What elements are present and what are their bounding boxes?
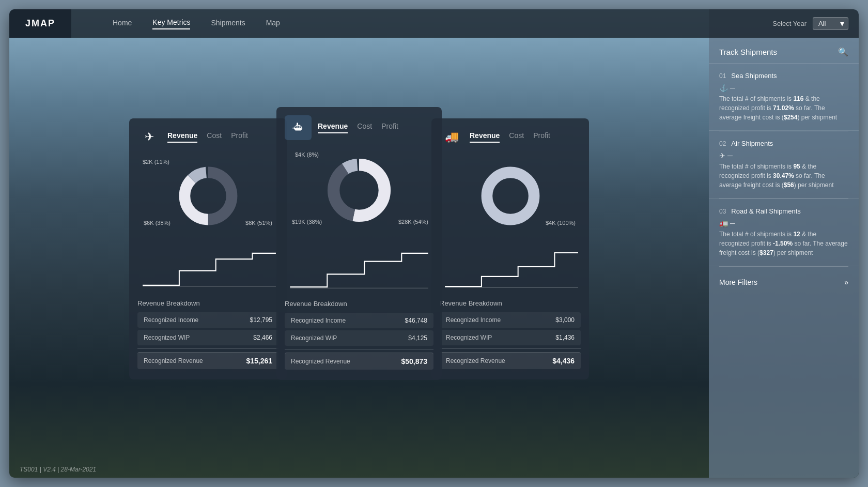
sea-row-total: Recognized Revenue $50,873 bbox=[285, 353, 433, 370]
shipment-3-num: 03 bbox=[719, 208, 726, 215]
logo-text: JMAP bbox=[25, 18, 55, 29]
tab-sea-profit[interactable]: Profit bbox=[381, 122, 398, 133]
track-shipments-title: Track Shipments bbox=[719, 48, 777, 56]
air-step-chart bbox=[137, 245, 278, 291]
air-label-2: $6K (38%) bbox=[144, 220, 171, 226]
truck-breakdown-title: Revenue Breakdown bbox=[440, 299, 581, 307]
tab-truck-revenue[interactable]: Revenue bbox=[470, 131, 500, 143]
truck-donut-container: $4K (100%) bbox=[440, 155, 581, 237]
shipment-1-num: 01 bbox=[719, 72, 726, 80]
sea-row-income: Recognized Income $46,748 bbox=[285, 313, 433, 328]
card-sea-header: ⛴ Revenue Cost Profit bbox=[285, 115, 433, 140]
main-frame: JMAP Home Key Metrics Shipments Map Sele… bbox=[9, 9, 859, 478]
air-row-total: Recognized Revenue $15,261 bbox=[137, 352, 278, 369]
sea-donut-container: $4K (8%) $19K (38%) $28K (54%) bbox=[285, 147, 433, 238]
truck-row-total: Recognized Revenue $4,436 bbox=[440, 352, 581, 369]
shipment-2-name: Air Shipments bbox=[731, 140, 773, 147]
search-button[interactable]: 🔍 bbox=[838, 47, 848, 57]
nav-key-metrics[interactable]: Key Metrics bbox=[152, 18, 190, 29]
logo: JMAP bbox=[9, 9, 71, 38]
air-icon: ✈ bbox=[137, 127, 161, 147]
sea-label-3: $28K (54%) bbox=[398, 219, 428, 225]
cards-area: ✈ Revenue Cost Profit $2K (11%) bbox=[9, 38, 709, 460]
air-row-wip: Recognized WIP $2,466 bbox=[137, 330, 278, 345]
sea-breakdown-title: Revenue Breakdown bbox=[285, 300, 433, 308]
shipment-item-road: 03 Road & Rail Shipments 🚛 ─ The total #… bbox=[709, 199, 859, 266]
card-air-header: ✈ Revenue Cost Profit bbox=[137, 127, 278, 147]
nav-map[interactable]: Map bbox=[266, 19, 280, 29]
tab-air-revenue[interactable]: Revenue bbox=[167, 131, 197, 143]
card-sea-tabs: Revenue Cost Profit bbox=[318, 122, 398, 133]
truck-step-chart bbox=[440, 245, 581, 291]
more-filters-label: More Filters bbox=[719, 278, 757, 286]
tab-sea-revenue[interactable]: Revenue bbox=[318, 122, 348, 133]
shipment-1-desc: The total # of shipments is 116 & the re… bbox=[719, 94, 848, 122]
shipment-2-icon: ✈ ─ bbox=[719, 151, 848, 160]
truck-donut bbox=[479, 165, 541, 227]
shipment-2-header: 02 Air Shipments bbox=[719, 140, 848, 147]
shipment-2-num: 02 bbox=[719, 140, 726, 147]
truck-row-wip: Recognized WIP $1,436 bbox=[440, 330, 581, 345]
tab-truck-cost[interactable]: Cost bbox=[509, 131, 524, 143]
footer-text: TS001 | V2.4 | 28-Mar-2021 bbox=[20, 466, 96, 473]
card-sea: ⛴ Revenue Cost Profit $4K (8%) bbox=[276, 107, 442, 380]
tab-air-profit[interactable]: Profit bbox=[231, 131, 248, 143]
shipment-1-name: Sea Shipments bbox=[731, 72, 777, 80]
card-truck-header: 🚚 Revenue Cost Profit bbox=[440, 127, 581, 147]
air-row-income: Recognized Income $12,795 bbox=[137, 312, 278, 328]
shipment-3-desc: The total # of shipments is 12 & the rec… bbox=[719, 230, 848, 257]
sea-row-wip: Recognized WIP $4,125 bbox=[285, 330, 433, 346]
shipment-1-header: 01 Sea Shipments bbox=[719, 72, 848, 80]
year-select[interactable]: All 2020 2019 2018 bbox=[813, 17, 848, 30]
nav-shipments[interactable]: Shipments bbox=[211, 19, 245, 29]
nav-home[interactable]: Home bbox=[113, 19, 132, 29]
shipment-3-icon: 🚛 ─ bbox=[719, 219, 848, 227]
truck-icon: 🚚 bbox=[440, 127, 463, 147]
sea-label-1: $4K (8%) bbox=[295, 151, 319, 158]
sea-label-2: $19K (38%) bbox=[292, 219, 322, 225]
truck-row-income: Recognized Income $3,000 bbox=[440, 312, 581, 328]
sea-donut bbox=[326, 157, 393, 224]
header: JMAP Home Key Metrics Shipments Map Sele… bbox=[9, 9, 859, 38]
more-filters-arrow-icon: » bbox=[844, 278, 848, 286]
tab-air-cost[interactable]: Cost bbox=[207, 131, 222, 143]
air-label-3: $8K (51%) bbox=[245, 220, 272, 226]
shipment-3-header: 03 Road & Rail Shipments bbox=[719, 207, 848, 215]
shipment-1-icon: ⚓ ─ bbox=[719, 84, 848, 92]
sea-icon: ⛴ bbox=[285, 115, 312, 140]
card-truck: 🚚 Revenue Cost Profit $4K (100%) bbox=[431, 118, 589, 379]
right-panel: Track Shipments 🔍 01 Sea Shipments ⚓ ─ T… bbox=[709, 9, 859, 478]
right-panel-header: Track Shipments 🔍 bbox=[709, 38, 859, 64]
sea-step-chart bbox=[285, 245, 433, 292]
shipment-2-desc: The total # of shipments is 95 & the rec… bbox=[719, 162, 848, 190]
shipment-3-name: Road & Rail Shipments bbox=[731, 207, 800, 215]
footer: TS001 | V2.4 | 28-Mar-2021 bbox=[9, 461, 859, 478]
tab-sea-cost[interactable]: Cost bbox=[357, 122, 372, 133]
svg-point-8 bbox=[487, 172, 534, 219]
tab-truck-profit[interactable]: Profit bbox=[533, 131, 550, 143]
year-select-wrapper: All 2020 2019 2018 bbox=[813, 17, 848, 30]
card-air: ✈ Revenue Cost Profit $2K (11%) bbox=[129, 118, 287, 379]
air-donut bbox=[177, 165, 239, 227]
shipment-item-air: 02 Air Shipments ✈ ─ The total # of ship… bbox=[709, 131, 859, 199]
air-donut-container: $2K (11%) $6K (38%) $8K (51%) bbox=[137, 155, 278, 237]
air-label-1: $2K (11%) bbox=[143, 159, 169, 165]
truck-label-1: $4K (100%) bbox=[546, 220, 576, 226]
select-year-label: Select Year bbox=[772, 20, 807, 27]
shipment-item-sea: 01 Sea Shipments ⚓ ─ The total # of ship… bbox=[709, 64, 859, 131]
card-truck-tabs: Revenue Cost Profit bbox=[470, 131, 550, 143]
card-air-tabs: Revenue Cost Profit bbox=[167, 131, 248, 143]
more-filters-button[interactable]: More Filters » bbox=[709, 271, 859, 294]
main-nav: Home Key Metrics Shipments Map bbox=[113, 18, 772, 29]
air-breakdown-title: Revenue Breakdown bbox=[137, 299, 278, 307]
header-right: Select Year All 2020 2019 2018 bbox=[772, 17, 848, 30]
